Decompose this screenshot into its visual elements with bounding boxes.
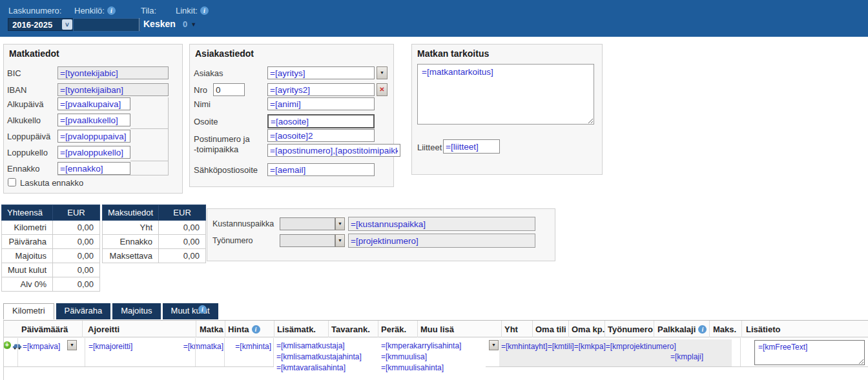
kmajoreitti-value[interactable]: =[kmajoreitti] [88, 342, 132, 351]
sahkoposti-label: Sähköpostiosoite [194, 165, 258, 175]
column-separator [709, 321, 710, 337]
column-separator [225, 321, 225, 337]
nro-label: Nro [194, 85, 207, 95]
col-header-paivamaara: Päivämäärä [21, 325, 68, 334]
linkit-dropdown[interactable]: 0 ▼ [183, 19, 196, 29]
kmpaiva-value[interactable]: =[kmpaiva] [23, 342, 60, 351]
top-header-bar: Laskunumero: 2016-2025 ˅ Henkilö: i Tila… [0, 0, 868, 37]
kmhinta-value[interactable]: =[kmhinta] [226, 342, 271, 351]
kmmuulisahinta-value[interactable]: =[kmmuulisahinta] [381, 363, 461, 374]
col-header-tyonumero: Työnumero [608, 325, 653, 334]
maksutiedot-table: Maksutiedot EUR Yht0,00 Ennakko0,00 Maks… [102, 205, 206, 263]
lisamatk-values: =[kmlisamatkustaja] =[kmlisamatkustajahi… [276, 341, 362, 374]
row-value: 0,00 [159, 221, 206, 235]
ayritys2-field[interactable] [267, 83, 375, 96]
column-separator [417, 321, 418, 337]
yhteensa-table: Yhteensä EUR Kilometri0,00 Päiväraha0,00… [1, 205, 100, 292]
liitteet-field[interactable] [443, 139, 500, 154]
divider [57, 175, 169, 175]
table-row: Ennakko0,00 [103, 235, 206, 249]
kustannuspaikka-label: Kustannuspaikka [212, 219, 274, 228]
info-icon[interactable]: i [198, 305, 207, 314]
laskunumero-select[interactable]: 2016-2025 ˅ [8, 18, 74, 31]
tyonumero-dropdown-button[interactable]: ▼ [335, 234, 345, 247]
sahkoposti-field[interactable] [267, 163, 375, 176]
col-header-oma-kp: Oma kp. [572, 325, 604, 334]
tab-kilometri[interactable]: Kilometri [3, 303, 54, 319]
panel-title: Matkatiedot [9, 48, 59, 59]
kmmatka-value[interactable]: =[kmmatka] [173, 342, 223, 351]
km-table-header: Päivämäärä Ajoreitti Matka Hintai Lisäma… [3, 320, 868, 337]
loppupaiva-field[interactable] [57, 130, 130, 143]
kmpaiva-dropdown-button[interactable]: ▼ [67, 340, 77, 350]
muu-lisa-dropdown-button[interactable]: ▼ [489, 340, 499, 350]
kmtavaralisahinta-value[interactable]: =[kmtavaralisahinta] [276, 363, 362, 374]
column-separator [568, 321, 569, 337]
row-bottom-border [486, 366, 868, 367]
column-separator [532, 321, 533, 337]
kmlisamatkustajahinta-value[interactable]: =[kmlisamatkustajahinta] [276, 352, 362, 363]
asiakas-field[interactable] [267, 66, 375, 79]
info-icon[interactable]: i [107, 6, 116, 15]
asiakas-label: Asiakas [194, 68, 223, 78]
table-title: Yhteensä [2, 205, 53, 221]
alkupaiva-field[interactable] [57, 97, 130, 110]
column-separator [82, 321, 83, 337]
iban-label: IBAN [7, 85, 26, 95]
tab-paivaraha[interactable]: Päiväraha [56, 303, 111, 319]
kustannuspaikka-dropdown-button[interactable]: ▼ [335, 217, 345, 230]
iban-field[interactable] [57, 83, 169, 96]
osoite-field[interactable] [267, 114, 375, 128]
linkit-label-group: Linkit: i [176, 6, 209, 15]
bic-label: BIC [7, 68, 21, 78]
panel-title: Matkan tarkoitus [417, 48, 489, 59]
kmhintayht-combined-value: =[kmhintayht]=[kmtili]=[kmkpa]=[kmprojek… [499, 339, 732, 351]
nro-field[interactable] [213, 83, 245, 96]
col-header-lisatieto: Lisätieto [746, 325, 780, 334]
tab-majoitus[interactable]: Majoitus [112, 303, 160, 319]
add-row-icon[interactable]: + [3, 341, 11, 349]
divider [168, 97, 169, 175]
postinumero-field[interactable] [267, 144, 400, 157]
osoite2-field[interactable] [267, 129, 375, 142]
alkukello-field[interactable] [57, 114, 130, 126]
column-separator [195, 338, 196, 366]
status-badge: Kesken [143, 19, 176, 29]
loppukello-field[interactable] [57, 146, 130, 159]
chevron-down-icon: ˅ [62, 19, 72, 30]
asiakastiedot-panel: Asiakastiedot Asiakas ▼ Nro ✕ Nimi Osoit… [189, 44, 394, 187]
tyonumero-field[interactable] [348, 234, 535, 248]
laskuta-ennakko-checkbox[interactable] [8, 178, 16, 186]
info-icon[interactable]: i [698, 325, 707, 334]
row-label: Kilometri [2, 221, 53, 235]
delete-icon[interactable]: ✕ [377, 83, 388, 96]
lisatieto-textarea[interactable]: =[kmFreeText] [754, 340, 865, 365]
info-icon[interactable]: i [252, 325, 260, 334]
loppupaiva-label: Loppupäivä [7, 132, 50, 141]
matkan-tarkoitus-textarea[interactable]: =[matkantarkoitus] [417, 64, 594, 125]
kmmuulisa-value[interactable]: =[kmmuulisa] [381, 352, 461, 363]
column-separator [224, 338, 225, 366]
kustannuspaikka-field[interactable] [348, 217, 535, 231]
bic-field[interactable] [57, 66, 169, 79]
column-separator [273, 338, 274, 366]
postinumero-label-line2: -toimipaikka [194, 145, 238, 154]
info-icon[interactable]: i [200, 6, 209, 15]
henkilo-input[interactable] [73, 18, 141, 32]
column-separator [196, 321, 196, 337]
column-separator [17, 338, 18, 366]
tab-muut-kulut[interactable]: Muut kulut [163, 303, 218, 319]
ennakko-field[interactable] [57, 162, 130, 175]
kustannuspaikka-select[interactable] [280, 217, 335, 230]
muu-lisa-values: =[kmperakarrylisahinta] =[kmmuulisa] =[k… [381, 341, 461, 374]
nimi-field[interactable] [267, 97, 375, 110]
postinumero-label-line1: Postinumero ja [194, 134, 250, 144]
tyonumero-select[interactable] [280, 234, 335, 247]
kmperakarrylisahinta-value[interactable]: =[kmperakarrylisahinta] [381, 341, 461, 352]
row-value: 0,00 [159, 249, 206, 263]
row-value: 0,00 [53, 235, 100, 249]
column-separator [740, 338, 741, 366]
col-header-yht: Yht [504, 325, 518, 334]
asiakas-dropdown-button[interactable]: ▼ [377, 66, 388, 79]
kmlisamatkustaja-value[interactable]: =[kmlisamatkustaja] [276, 341, 362, 352]
